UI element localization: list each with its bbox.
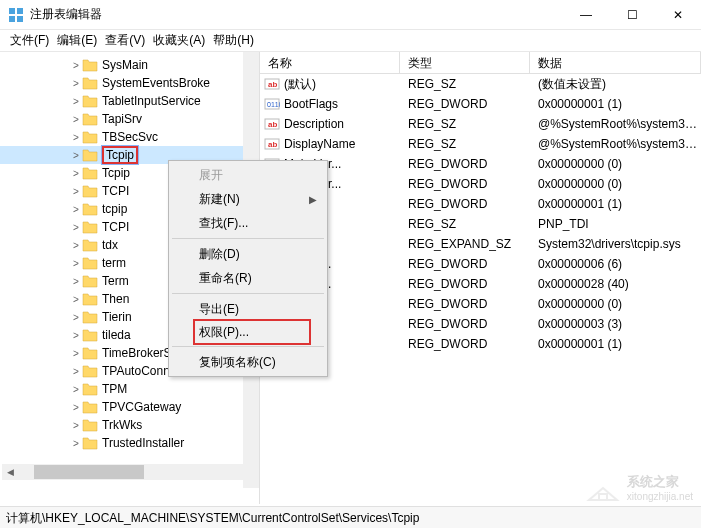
menu-item[interactable]: 新建(N)▶ [171,187,325,211]
value-data: 0x00000000 (0) [530,157,701,171]
value-data: System32\drivers\tcpip.sys [530,237,701,251]
minimize-button[interactable]: — [563,0,609,30]
value-type: REG_DWORD [400,317,530,331]
col-data-header[interactable]: 数据 [530,52,701,73]
menu-edit[interactable]: 编辑(E) [57,32,97,49]
tree-item[interactable]: >TBSecSvc [0,128,259,146]
col-name-header[interactable]: 名称 [260,52,400,73]
value-type: REG_DWORD [400,277,530,291]
value-type: REG_SZ [400,217,530,231]
folder-icon [82,274,98,288]
tree-item[interactable]: >SystemEventsBroke [0,74,259,92]
list-row[interactable]: abDescriptionREG_SZ@%SystemRoot%\system3… [260,114,701,134]
scroll-left-icon[interactable]: ◀ [2,464,18,480]
menu-separator [172,238,324,239]
value-type: REG_SZ [400,117,530,131]
tree-item[interactable]: >TapiSrv [0,110,259,128]
value-data: 0x00000000 (0) [530,177,701,191]
folder-icon [82,76,98,90]
chevron-right-icon[interactable]: > [70,366,82,377]
chevron-right-icon[interactable]: > [70,96,82,107]
chevron-right-icon[interactable]: > [70,276,82,287]
chevron-right-icon[interactable]: > [70,204,82,215]
menu-item[interactable]: 复制项名称(C) [171,350,325,374]
value-type: REG_DWORD [400,297,530,311]
chevron-right-icon[interactable]: > [70,150,82,161]
chevron-right-icon[interactable]: > [70,438,82,449]
reg-binary-icon: 0110 [264,96,282,112]
value-data: @%SystemRoot%\system32\tc [530,137,701,151]
tree-h-scrollbar[interactable]: ◀ ▶ [2,464,260,480]
value-name: BootFlags [282,97,400,111]
svg-rect-0 [9,8,15,14]
chevron-right-icon[interactable]: > [70,222,82,233]
folder-icon [82,310,98,324]
folder-icon [82,292,98,306]
folder-icon [82,436,98,450]
menu-item[interactable]: 权限(P)... [193,319,311,345]
chevron-right-icon[interactable]: > [70,312,82,323]
chevron-right-icon[interactable]: > [70,186,82,197]
chevron-right-icon[interactable]: > [70,114,82,125]
reg-sz-icon: ab [264,76,282,92]
menu-file[interactable]: 文件(F) [10,32,49,49]
value-type: REG_SZ [400,137,530,151]
tree-item[interactable]: >TrustedInstaller [0,434,259,452]
chevron-right-icon[interactable]: > [70,168,82,179]
menu-separator [172,346,324,347]
value-type: REG_DWORD [400,197,530,211]
tree-item[interactable]: >TrkWks [0,416,259,434]
folder-icon [82,328,98,342]
list-row[interactable]: abDisplayNameREG_SZ@%SystemRoot%\system3… [260,134,701,154]
tree-item[interactable]: >TPM [0,380,259,398]
chevron-right-icon[interactable]: > [70,78,82,89]
tree-item[interactable]: >TabletInputService [0,92,259,110]
chevron-right-icon[interactable]: > [70,348,82,359]
value-type: REG_DWORD [400,337,530,351]
menu-favorites[interactable]: 收藏夹(A) [153,32,205,49]
chevron-right-icon[interactable]: > [70,60,82,71]
menu-item[interactable]: 展开 [171,163,325,187]
folder-icon [82,184,98,198]
tree-item[interactable]: >SysMain [0,56,259,74]
value-type: REG_EXPAND_SZ [400,237,530,251]
chevron-right-icon[interactable]: > [70,402,82,413]
scroll-thumb[interactable] [34,465,144,479]
menu-item[interactable]: 删除(D) [171,242,325,266]
reg-sz-icon: ab [264,136,282,152]
svg-text:ab: ab [268,120,277,129]
svg-text:ab: ab [268,140,277,149]
folder-icon [82,148,98,162]
statusbar: 计算机\HKEY_LOCAL_MACHINE\SYSTEM\CurrentCon… [0,506,701,528]
menu-item[interactable]: 重命名(R) [171,266,325,290]
window-title: 注册表编辑器 [30,6,563,23]
menu-help[interactable]: 帮助(H) [213,32,254,49]
chevron-right-icon[interactable]: > [70,258,82,269]
maximize-button[interactable]: ☐ [609,0,655,30]
chevron-right-icon[interactable]: > [70,240,82,251]
value-data: 0x00000000 (0) [530,297,701,311]
menu-item[interactable]: 查找(F)... [171,211,325,235]
chevron-right-icon[interactable]: > [70,420,82,431]
folder-icon [82,256,98,270]
value-data: (数值未设置) [530,76,701,93]
chevron-right-icon[interactable]: > [70,132,82,143]
svg-text:0110: 0110 [267,101,280,108]
close-button[interactable]: ✕ [655,0,701,30]
list-row[interactable]: ab(默认)REG_SZ(数值未设置) [260,74,701,94]
col-type-header[interactable]: 类型 [400,52,530,73]
chevron-right-icon[interactable]: > [70,384,82,395]
folder-icon [82,202,98,216]
tree-item[interactable]: >TPVCGateway [0,398,259,416]
chevron-right-icon[interactable]: > [70,330,82,341]
value-type: REG_SZ [400,77,530,91]
chevron-right-icon[interactable]: > [70,294,82,305]
status-path: 计算机\HKEY_LOCAL_MACHINE\SYSTEM\CurrentCon… [6,511,419,525]
menubar: 文件(F) 编辑(E) 查看(V) 收藏夹(A) 帮助(H) [0,30,701,52]
menu-item[interactable]: 导出(E) [171,297,325,321]
value-data: 0x00000028 (40) [530,277,701,291]
value-name: (默认) [282,76,400,93]
list-row[interactable]: 0110BootFlagsREG_DWORD0x00000001 (1) [260,94,701,114]
menu-view[interactable]: 查看(V) [105,32,145,49]
context-menu: 展开新建(N)▶查找(F)...删除(D)重命名(R)导出(E)权限(P)...… [168,160,328,377]
